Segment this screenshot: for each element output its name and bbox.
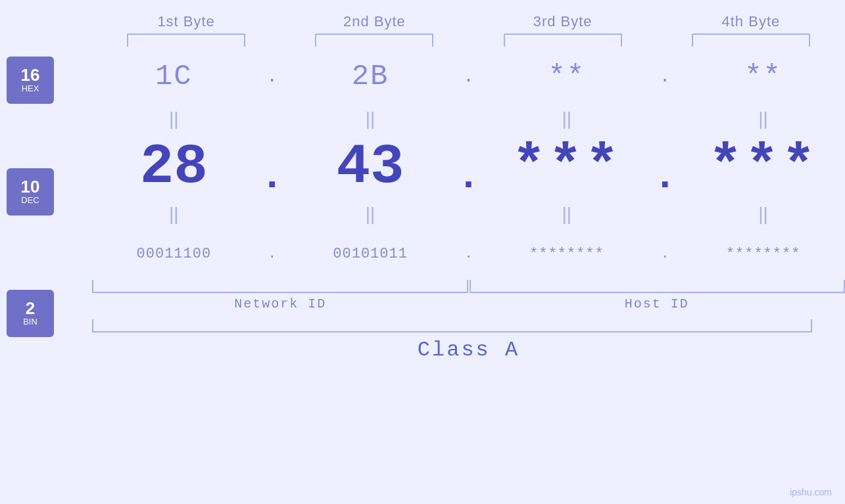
- base-badge-dec: 10 DEC: [7, 168, 54, 216]
- base-num-dec: 10: [21, 178, 40, 195]
- bin-dot-2: .: [452, 246, 485, 262]
- base-label-bin: BIN: [23, 317, 37, 327]
- hex-val-4: **: [681, 60, 845, 93]
- header-row: 1st Byte 2nd Byte 3rd Byte 4th Byte: [92, 13, 845, 30]
- hex-dot-1: .: [256, 66, 289, 87]
- eq2-4: ||: [681, 204, 845, 225]
- dec-val-3: ***: [485, 135, 649, 199]
- bin-row: 00011100 . 00101011 . ******** . *******…: [92, 227, 845, 280]
- hex-row: 1C . 2B . ** . **: [92, 47, 845, 106]
- dec-dot-1: .: [256, 135, 289, 199]
- bin-dot-3: .: [648, 246, 681, 262]
- bin-val-3: ********: [485, 246, 649, 262]
- bin-val-4: ********: [681, 246, 845, 262]
- top-bracket-4: [692, 34, 810, 47]
- eq-2: ||: [289, 108, 452, 129]
- bracket-col-1: [92, 34, 280, 47]
- top-brackets: [92, 34, 845, 47]
- equals-row-1: || || || ||: [92, 106, 845, 132]
- dec-dot-3: .: [648, 135, 681, 199]
- top-bracket-3: [504, 34, 622, 47]
- byte-label-4: 4th Byte: [657, 13, 845, 30]
- bin-dot-1: .: [256, 246, 289, 262]
- dec-val-4: ***: [681, 135, 845, 199]
- host-bracket: [470, 280, 846, 293]
- byte-label-3: 3rd Byte: [469, 13, 657, 30]
- eq-3: ||: [485, 108, 649, 129]
- hex-val-1: 1C: [92, 60, 256, 93]
- base-num-hex: 16: [21, 66, 40, 83]
- bin-val-2: 00101011: [289, 246, 452, 262]
- byte-label-2: 2nd Byte: [280, 13, 468, 30]
- base-num-bin: 2: [26, 300, 35, 317]
- eq2-3: ||: [485, 204, 649, 225]
- eq2-1: ||: [92, 204, 256, 225]
- dec-row: 28 . 43 . *** . ***: [92, 132, 845, 201]
- eq2-2: ||: [289, 204, 452, 225]
- watermark: ipshu.com: [790, 487, 832, 497]
- byte-label-1: 1st Byte: [92, 13, 280, 30]
- host-id-label: Host ID: [469, 296, 846, 311]
- network-id-label: Network ID: [92, 296, 469, 311]
- bin-val-1: 00011100: [92, 246, 256, 262]
- id-labels-row: Network ID Host ID: [92, 296, 845, 311]
- top-bracket-1: [127, 34, 245, 47]
- hex-dot-3: .: [648, 66, 681, 87]
- dec-dot-2: .: [452, 135, 485, 199]
- class-label-row: Class A: [92, 338, 845, 362]
- bracket-col-3: [469, 34, 657, 47]
- eq-4: ||: [681, 108, 845, 129]
- main-container: 1st Byte 2nd Byte 3rd Byte 4th Byte 16 H…: [0, 0, 845, 504]
- hex-val-3: **: [485, 60, 649, 93]
- base-badge-hex: 16 HEX: [7, 57, 54, 104]
- overall-bottom-bracket: [92, 319, 812, 332]
- base-label-dec: DEC: [21, 195, 39, 206]
- class-label: Class A: [418, 338, 519, 362]
- bracket-col-2: [280, 34, 468, 47]
- network-bracket: [92, 280, 468, 293]
- bracket-col-4: [657, 34, 845, 47]
- dec-val-1: 28: [92, 135, 256, 199]
- base-label-hex: HEX: [22, 83, 39, 94]
- hex-dot-2: .: [452, 66, 485, 87]
- eq-1: ||: [92, 108, 256, 129]
- base-badge-bin: 2 BIN: [7, 290, 54, 337]
- dec-val-2: 43: [289, 135, 452, 199]
- bottom-brackets-row: [92, 280, 845, 293]
- equals-row-2: || || || ||: [92, 201, 845, 227]
- hex-val-2: 2B: [289, 60, 452, 93]
- top-bracket-2: [315, 34, 433, 47]
